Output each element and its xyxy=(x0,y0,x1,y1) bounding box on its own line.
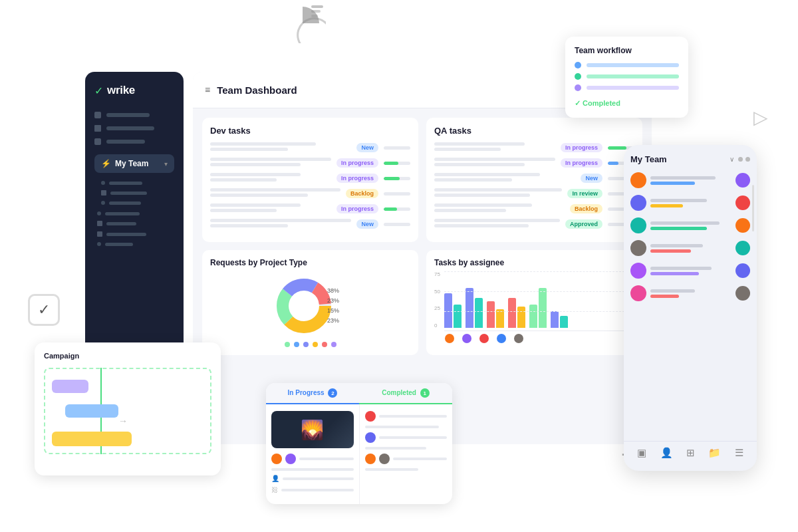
campaign-node-purple[interactable] xyxy=(52,380,88,393)
menu-icon[interactable]: ≡ xyxy=(205,84,210,95)
workflow-title: Team workflow xyxy=(575,46,679,55)
sub-icon-6 xyxy=(97,231,102,237)
nav-item-1[interactable] xyxy=(94,112,174,118)
task-row[interactable]: New xyxy=(210,219,410,229)
sub-label-7 xyxy=(105,243,133,246)
workflow-item-3 xyxy=(575,84,679,91)
task-row[interactable]: In progress xyxy=(434,158,634,168)
bottom-row[interactable] xyxy=(365,432,448,443)
bottom-row[interactable] xyxy=(365,411,448,422)
mobile-list-item[interactable] xyxy=(630,217,750,233)
completed-count: 1 xyxy=(420,388,430,398)
task-row[interactable]: In progress xyxy=(434,142,634,153)
task-row[interactable]: Backlog xyxy=(434,203,634,214)
status-badge: New xyxy=(356,219,378,229)
avatar xyxy=(285,454,296,464)
progress-bar xyxy=(384,162,410,165)
task-row[interactable]: Backlog xyxy=(210,188,410,199)
task-row[interactable]: New xyxy=(210,142,410,153)
completed-column xyxy=(360,404,453,504)
logo: ✓ wrike xyxy=(94,84,174,97)
tab-completed[interactable]: Completed 1 xyxy=(359,383,452,404)
footer-icon-team[interactable]: 👤 xyxy=(660,447,673,459)
sub-item-7[interactable] xyxy=(97,242,174,246)
footer-icon-grid[interactable]: ⊞ xyxy=(686,447,695,459)
sub-item-4[interactable] xyxy=(97,211,174,215)
mobile-content xyxy=(650,244,732,253)
chart-icon xyxy=(279,0,326,52)
tab-label: Completed xyxy=(382,389,416,396)
workflow-dot xyxy=(575,84,581,91)
campaign-node-blue[interactable] xyxy=(65,404,118,418)
mobile-header: My Team ∨ xyxy=(630,154,750,164)
mobile-dropdown-icon[interactable]: ∨ xyxy=(730,156,734,163)
svg-text:38%: 38% xyxy=(327,287,339,294)
avatar xyxy=(735,286,750,301)
task-row[interactable]: In progress xyxy=(210,173,410,184)
avatar xyxy=(630,195,646,211)
workflow-bar xyxy=(587,74,679,78)
mobile-content xyxy=(650,289,732,298)
mobile-list-item[interactable] xyxy=(630,263,750,279)
workflow-bar xyxy=(587,63,679,67)
sub-icon-5 xyxy=(97,221,102,226)
task-row[interactable]: Approved xyxy=(434,219,634,229)
bottom-row[interactable] xyxy=(271,468,354,471)
nav-item-3[interactable] xyxy=(94,138,174,145)
avatar xyxy=(630,217,646,233)
nav-item-2[interactable] xyxy=(94,125,174,132)
sub-item-1[interactable] xyxy=(101,181,174,185)
campaign-arrow-icon: → xyxy=(118,416,128,426)
sub-label-6 xyxy=(106,233,146,236)
footer-icon-menu[interactable]: ☰ xyxy=(735,447,743,459)
footer-icon-folder[interactable]: 📁 xyxy=(708,447,721,459)
tab-label: In Progress xyxy=(288,389,325,396)
in-progress-count: 2 xyxy=(328,388,337,398)
status-badge: In progress xyxy=(336,174,378,183)
sub-item-6[interactable] xyxy=(97,231,174,237)
bottom-card: In Progress 2 Completed 1 🌄 👤 xyxy=(266,383,452,504)
progress-bar xyxy=(384,207,410,211)
qa-tasks-title: QA tasks xyxy=(434,126,634,136)
mobile-list-item[interactable] xyxy=(630,240,750,256)
task-row[interactable]: In progress xyxy=(210,203,410,214)
sub-item-2[interactable] xyxy=(101,190,174,196)
bottom-row[interactable] xyxy=(365,454,448,464)
mobile-list-item[interactable] xyxy=(630,195,750,211)
bottom-row[interactable]: ⛓ xyxy=(271,486,354,493)
workflow-bar xyxy=(587,86,679,90)
mobile-list-item[interactable] xyxy=(630,285,750,301)
bar-group xyxy=(444,293,462,328)
avatar xyxy=(735,241,750,255)
campaign-node-yellow[interactable] xyxy=(52,432,132,446)
avatar xyxy=(735,263,750,278)
campaign-title: Campaign xyxy=(44,352,211,360)
my-team-button[interactable]: ⚡ My Team ▾ xyxy=(94,154,174,173)
task-line xyxy=(379,436,448,439)
task-line xyxy=(299,458,354,460)
svg-rect-0 xyxy=(311,5,323,8)
sub-item-5[interactable] xyxy=(97,221,174,226)
mobile-options[interactable] xyxy=(738,157,750,162)
avatar xyxy=(365,432,376,443)
status-badge: In progress xyxy=(561,158,602,168)
nav-icon-2 xyxy=(94,125,101,132)
bottom-row[interactable] xyxy=(271,454,354,464)
bar-group xyxy=(529,288,547,328)
bottom-row[interactable]: 👤 xyxy=(271,475,354,482)
footer-icon-list[interactable]: ▣ xyxy=(637,447,646,459)
task-row[interactable]: In progress xyxy=(210,158,410,168)
bar-group xyxy=(508,298,525,328)
bottom-card-body: 🌄 👤 ⛓ xyxy=(266,404,452,504)
requests-chart-title: Requests by Project Type xyxy=(210,258,410,267)
mobile-list-item[interactable] xyxy=(630,172,750,188)
task-row[interactable]: In review xyxy=(434,188,634,199)
logo-text: wrike xyxy=(107,84,135,97)
workflow-dot xyxy=(575,73,581,80)
requests-chart-panel: Requests by Project Type xyxy=(202,250,418,355)
task-row[interactable]: New xyxy=(434,173,634,184)
donut-chart: 38% 23% 15% 23% xyxy=(210,273,410,339)
tab-in-progress[interactable]: In Progress 2 xyxy=(266,383,359,404)
sub-item-3[interactable] xyxy=(101,201,174,205)
progress-bar xyxy=(384,223,410,226)
